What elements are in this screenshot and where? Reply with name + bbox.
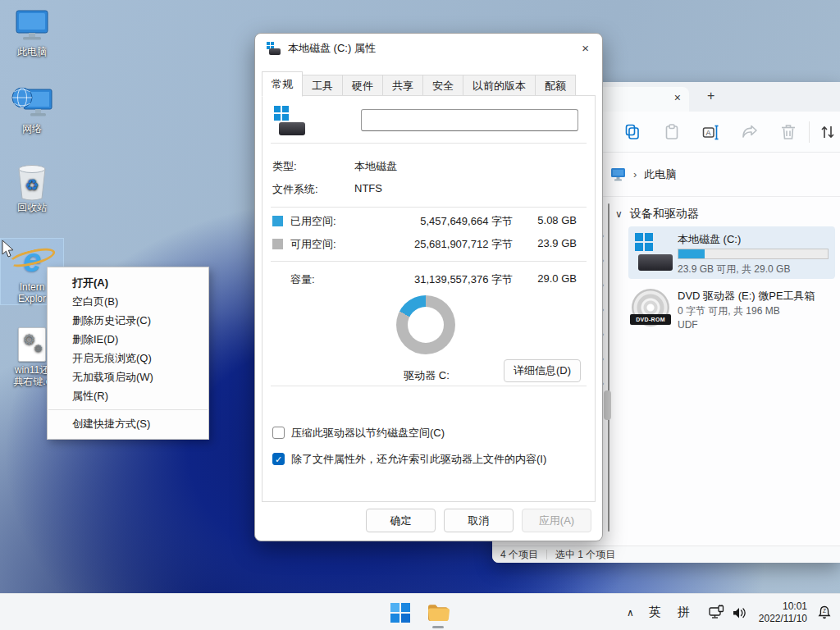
separator [271,207,587,208]
cancel-button[interactable]: 取消 [444,509,514,532]
delete-icon[interactable] [779,123,797,141]
windows-logo-icon [390,603,410,623]
desktop-icon-label: 网络 [0,123,64,135]
explorer-status-bar: 4 个项目 选中 1 个项目 [492,546,840,563]
filesystem-row: 文件系统: NTFS [262,182,595,197]
close-icon[interactable]: × [582,41,589,55]
rename-icon[interactable]: A [701,123,719,141]
general-tab-page: 类型: 本地磁盘 文件系统: NTFS 已用空间: 5,457,649,664 … [262,95,596,502]
capacity-gb: 29.0 GB [519,272,577,285]
local-disk-icon [274,106,305,135]
tray-date: 2022/11/10 [759,613,807,625]
menu-item-delete-ie[interactable]: 删除IE(D) [48,330,208,349]
index-checkbox-row: ✓ 除了文件属性外，还允许索引此驱动器上文件的内容(I) [272,452,587,466]
desktop-icon-network[interactable]: 网络 [0,84,64,135]
drive-info: 0 字节 可用, 共 196 MB [678,304,780,318]
tab-close-icon[interactable]: × [674,91,681,104]
mouse-cursor [2,240,15,258]
copy-icon[interactable] [623,123,641,141]
tab-quota[interactable]: 配额 [536,75,576,96]
tray-time: 10:01 [759,600,807,613]
taskbar-center [390,594,450,630]
free-space-bytes: 25,681,907,712 字节 [373,237,513,252]
drive-info: 23.9 GB 可用, 共 29.0 GB [678,262,790,276]
hidden-icons-chevron-icon[interactable]: ∧ [627,607,634,619]
section-devices-and-drives[interactable]: ∨ 设备和驱动器 [615,207,699,221]
desktop-icon-label: 回收站 [0,202,64,213]
desktop-icon-recycle-bin[interactable]: ♻ 回收站 [0,162,64,213]
taskbar: ∧ 英 拼 10:01 2022/11/10 Z [0,593,840,630]
network-icon[interactable] [708,605,724,620]
paste-icon[interactable] [663,123,681,141]
desktop-icon-this-pc[interactable]: 此电脑 [0,7,64,57]
properties-dialog: 本地磁盘 (C:) 属性 × 常规 工具 硬件 共享 安全 以前的版本 配额 类… [254,33,603,541]
drive-caption: 驱动器 C: [361,368,492,383]
section-chevron-icon[interactable]: ∨ [615,208,623,220]
used-space-gb: 5.08 GB [519,214,577,226]
free-space-gb: 23.9 GB [519,237,577,249]
type-value: 本地磁盘 [354,159,397,174]
type-label: 类型: [272,159,297,174]
speaker-icon[interactable] [731,605,747,620]
dialog-title: 本地磁盘 (C:) 属性 [288,41,376,56]
capacity-row: 容量: 31,139,557,376 字节 29.0 GB [262,272,595,287]
dialog-title-bar: 本地磁盘 (C:) 属性 [255,34,602,63]
menu-item-inprivate[interactable]: 开启无痕浏览(Q) [48,349,208,368]
file-explorer-taskbar-button[interactable] [427,594,450,630]
svg-text:Z: Z [823,608,826,614]
recycle-bin-icon: ♻ [0,162,64,202]
toolbar-separator [809,121,810,143]
tab-tools[interactable]: 工具 [303,75,343,96]
separator [271,143,587,144]
breadcrumb[interactable]: 此电脑 [644,167,676,182]
nav-scrollbar-track[interactable] [608,203,609,532]
ok-button[interactable]: 确定 [366,509,436,532]
status-divider [546,550,547,559]
start-button[interactable] [390,594,410,630]
share-icon[interactable] [741,123,759,141]
index-checkbox[interactable]: ✓ [272,453,285,465]
ime-language-indicator[interactable]: 英 [649,605,661,620]
drive-usage-bar [678,249,829,259]
desktop: 此电脑 网络 ♻ 回收站 e [0,0,840,630]
local-disk-icon [635,233,673,271]
free-space-swatch [272,239,283,249]
drive-name: 本地磁盘 (C:) [678,232,741,247]
tab-sharing[interactable]: 共享 [383,75,423,96]
menu-item-create-shortcut[interactable]: 创建快捷方式(S) [48,414,208,433]
taskbar-clock[interactable]: 10:01 2022/11/10 [759,600,807,625]
ime-mode-indicator[interactable]: 拼 [678,605,690,620]
drive-c-item[interactable]: 本地磁盘 (C:) 23.9 GB 可用, 共 29.0 GB [628,226,835,279]
dialog-tabs: 常规 工具 硬件 共享 安全 以前的版本 配额 [262,71,576,96]
tab-previous-versions[interactable]: 以前的版本 [463,75,536,96]
nav-scrollbar-thumb[interactable] [604,390,611,420]
used-space-swatch [272,216,283,226]
menu-item-properties[interactable]: 属性(R) [48,386,208,405]
menu-separator [48,409,208,410]
svg-text:♻: ♻ [25,176,39,194]
separator [271,261,587,262]
new-tab-icon[interactable]: + [707,89,714,103]
volume-label-input[interactable] [361,109,578,131]
dvd-drive-item[interactable]: DVD-ROM DVD 驱动器 (E:) 微PE工具箱 0 字节 可用, 共 1… [628,284,835,336]
section-header: 设备和驱动器 [630,207,699,221]
details-button[interactable]: 详细信息(D) [504,359,581,382]
local-disk-icon [267,42,281,55]
notification-bell-icon[interactable]: Z [817,605,832,620]
status-item-count: 4 个项目 [500,548,538,562]
menu-item-delete-history[interactable]: 删除历史记录(C) [48,311,208,330]
apply-button[interactable]: 应用(A) [522,509,591,532]
menu-item-no-addons[interactable]: 无加载项启动(W) [48,368,208,386]
context-menu: 打开(A) 空白页(B) 删除历史记录(C) 删除IE(D) 开启无痕浏览(Q)… [47,267,209,440]
menu-item-blank-page[interactable]: 空白页(B) [48,292,208,311]
compress-checkbox[interactable] [272,427,285,439]
tab-security[interactable]: 安全 [423,75,463,96]
menu-item-open[interactable]: 打开(A) [48,273,208,292]
sort-icon[interactable] [819,123,837,141]
this-pc-icon [610,167,626,181]
drive-name: DVD 驱动器 (E:) 微PE工具箱 [678,289,815,304]
tab-general[interactable]: 常规 [262,71,303,97]
type-row: 类型: 本地磁盘 [262,159,595,174]
compress-checkbox-row: 压缩此驱动器以节约磁盘空间(C) [272,426,587,440]
tab-hardware[interactable]: 硬件 [343,75,383,96]
